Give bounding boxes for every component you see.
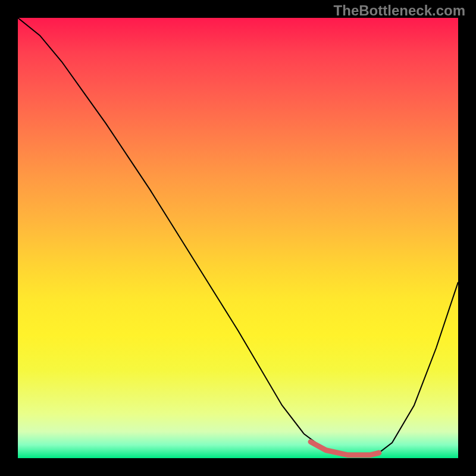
watermark-text: TheBottleneck.com [334,2,465,19]
highlight-segment [311,442,379,455]
curve-line [18,18,458,455]
chart-plot-area [18,18,458,458]
chart-svg [18,18,458,458]
chart-frame: TheBottleneck.com [0,0,476,476]
